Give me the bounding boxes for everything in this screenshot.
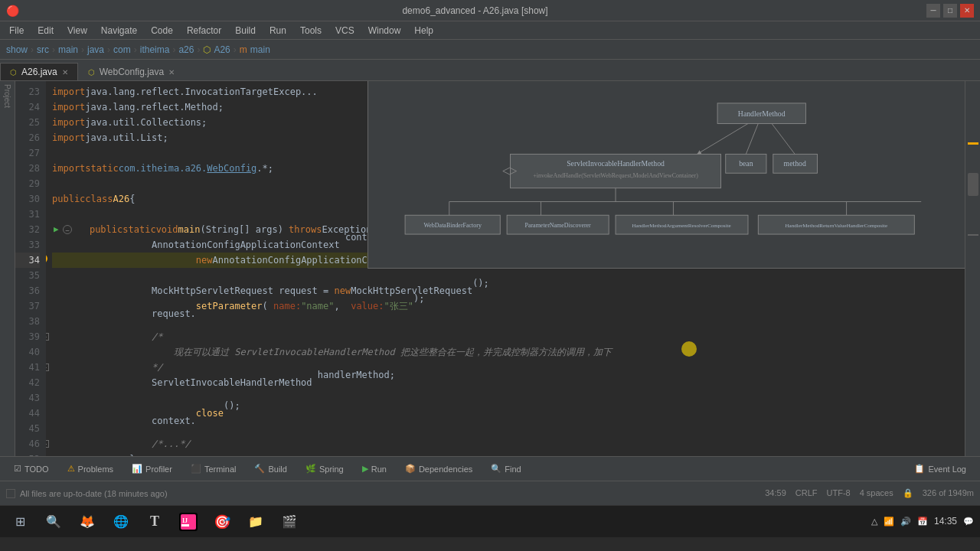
text-icon[interactable]: T: [141, 508, 168, 536]
bc-show[interactable]: show: [6, 44, 28, 55]
bc-method-icon: m: [240, 44, 247, 55]
code-editor[interactable]: 23 24 25 26 27 28 29 30 31 32 33 34 35 3…: [15, 81, 965, 456]
terminal-label: Terminal: [204, 465, 237, 474]
bc-a26-class[interactable]: A26: [214, 44, 230, 55]
profiler-label: Profiler: [145, 465, 172, 474]
window-controls: ─ □ ✕: [926, 4, 974, 18]
tab-a26[interactable]: ⬡ A26.java ✕: [0, 63, 78, 80]
bc-java[interactable]: java: [87, 44, 104, 55]
cursor-highlight: [681, 341, 697, 357]
tab-run[interactable]: ▶ Run: [354, 461, 394, 476]
svg-text:IJ: IJ: [182, 517, 188, 524]
tab-todo[interactable]: ☑ TODO: [6, 461, 57, 476]
start-button[interactable]: ⊞: [6, 508, 34, 536]
notification-icon[interactable]: 💬: [963, 517, 974, 527]
search-taskbar[interactable]: 🔍: [40, 508, 67, 536]
run-icon: ▶: [362, 464, 368, 474]
tab-find[interactable]: 🔍 Find: [483, 461, 528, 476]
menu-build[interactable]: Build: [229, 24, 262, 37]
tab-terminal[interactable]: ⬛ Terminal: [183, 461, 244, 476]
browser-icon[interactable]: 🌐: [107, 508, 135, 536]
title: demo6_advanced - A26.java [show]: [24, 5, 926, 16]
run-label: Run: [371, 465, 387, 474]
maximize-button[interactable]: □: [943, 4, 957, 18]
tab-spring[interactable]: 🌿 Spring: [298, 461, 351, 476]
menu-refactor[interactable]: Refactor: [181, 24, 227, 37]
build-label: Build: [268, 465, 286, 474]
dependencies-icon: 📦: [405, 464, 416, 474]
vlc-icon[interactable]: 🎬: [276, 508, 303, 536]
tab-build[interactable]: 🔨 Build: [247, 461, 294, 476]
menu-window[interactable]: Window: [362, 24, 407, 37]
menu-run[interactable]: Run: [263, 24, 292, 37]
code-line-45: [52, 421, 959, 436]
todo-label: TODO: [24, 465, 49, 474]
bc-src[interactable]: src: [37, 44, 49, 55]
code-line-38: [52, 314, 959, 329]
bc-class[interactable]: ⬡: [203, 44, 211, 55]
intellij-icon[interactable]: IJ: [175, 508, 202, 536]
profiler-icon: 📊: [132, 464, 142, 474]
dependencies-label: Dependencies: [419, 465, 472, 474]
editor-area: Project 23 24 25 26 27 28 29 30 31 32 33…: [0, 81, 980, 456]
scrollbar-track[interactable]: [965, 81, 980, 456]
time-display: 14:35: [934, 516, 957, 528]
diagram-overlay: HandlerMethod ServletInvocableHandlerMet…: [368, 81, 965, 269]
firefox-icon[interactable]: 🦊: [74, 508, 101, 536]
menu-code[interactable]: Code: [145, 24, 179, 37]
app-icon: 🔴: [6, 5, 19, 17]
charset[interactable]: UTF-8: [827, 488, 851, 498]
bc-itheima[interactable]: itheima: [140, 44, 170, 55]
bc-main[interactable]: main: [58, 44, 78, 55]
menu-help[interactable]: Help: [408, 24, 439, 37]
bc-com[interactable]: com: [113, 44, 131, 55]
breadcrumb: show › src › main › java › com › itheima…: [0, 40, 980, 60]
svg-text:+invokeAndHandle(ServletWebReq: +invokeAndHandle(ServletWebRequest,Model…: [533, 172, 698, 179]
project-tab[interactable]: Project: [3, 84, 11, 108]
menu-navigate[interactable]: Navigate: [95, 24, 143, 37]
svg-text:ServletInvocableHandlerMethod: ServletInvocableHandlerMethod: [567, 159, 665, 168]
svg-line-11: [746, 123, 758, 154]
svg-text:WebDataBinderFactory: WebDataBinderFactory: [423, 222, 481, 229]
tab-webconfig[interactable]: ⬡ WebConfig.java ✕: [78, 63, 185, 80]
menu-vcs[interactable]: VCS: [329, 24, 361, 37]
tab-dependencies[interactable]: 📦 Dependencies: [397, 461, 480, 476]
tab-webconfig-close[interactable]: ✕: [168, 68, 175, 77]
tab-webconfig-label: WebConfig.java: [100, 67, 165, 77]
bc-a26[interactable]: a26: [178, 44, 194, 55]
svg-line-12: [772, 123, 795, 154]
warning-icon: [46, 253, 47, 268]
code-line-37: request.setParameter( name: "name", valu…: [52, 298, 959, 314]
tab-event-log[interactable]: 📋 Event Log: [906, 461, 974, 476]
bc-main-method[interactable]: main: [250, 44, 270, 55]
tray-icon-4: 📅: [917, 517, 928, 527]
folder-icon[interactable]: 📁: [242, 508, 270, 536]
problems-icon: ⚠: [67, 464, 75, 474]
svg-text:ParameterNameDiscoverer: ParameterNameDiscoverer: [525, 222, 592, 229]
tab-problems[interactable]: ⚠ Problems: [60, 461, 121, 476]
cursor-position[interactable]: 34:59: [765, 488, 786, 498]
code-line-39: − /*: [52, 329, 959, 344]
minimize-button[interactable]: ─: [926, 4, 940, 18]
scrollbar-thumb[interactable]: [968, 173, 978, 196]
tab-profiler[interactable]: 📊 Profiler: [124, 461, 180, 476]
status-message: All files are up-to-date (18 minutes ago…: [20, 489, 168, 498]
tab-a26-icon: ⬡: [10, 68, 17, 77]
svg-text:HandlerMethodArgumentResolverC: HandlerMethodArgumentResolverComposite: [632, 223, 730, 229]
line-ending[interactable]: CRLF: [795, 488, 818, 498]
system-tray: △ 📶 🔊 📅 14:35 💬: [871, 516, 974, 528]
windows-icon: ⊞: [15, 514, 25, 529]
tab-webconfig-icon: ⬡: [88, 68, 95, 77]
powerpoint-icon[interactable]: 🎯: [208, 508, 236, 536]
tab-a26-close[interactable]: ✕: [62, 68, 68, 77]
close-button[interactable]: ✕: [960, 4, 974, 18]
svg-text:HandlerMethodReturnValueHandle: HandlerMethodReturnValueHandlerComposite: [785, 223, 887, 229]
indent-info[interactable]: 4 spaces: [860, 488, 893, 498]
line-counter: 326 of 1949m: [923, 488, 974, 498]
menu-tools[interactable]: Tools: [294, 24, 328, 37]
menu-file[interactable]: File: [3, 24, 30, 37]
menu-view[interactable]: View: [61, 24, 93, 37]
tray-icon-2: 📶: [884, 517, 894, 527]
menu-edit[interactable]: Edit: [31, 24, 60, 37]
tray-icon-1: △: [871, 517, 877, 527]
